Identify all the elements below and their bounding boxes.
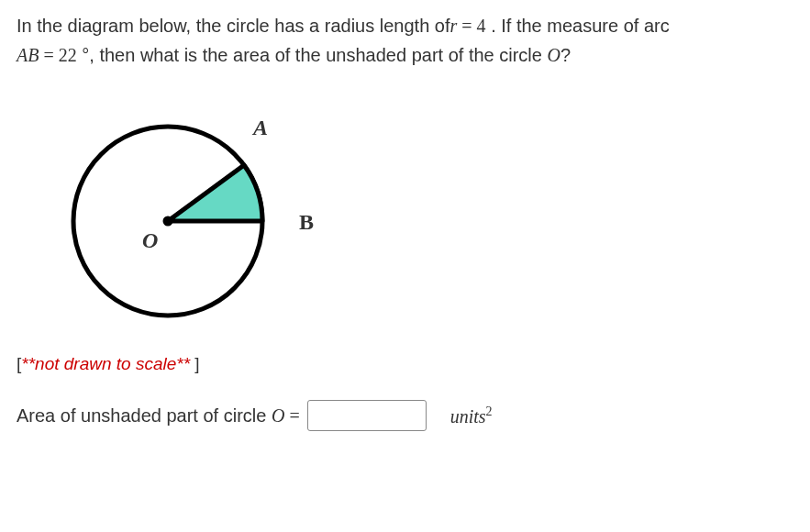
value-r: 4 <box>477 16 486 36</box>
units-exponent: 2 <box>486 405 493 418</box>
area-input[interactable] <box>307 400 427 431</box>
units-word: units <box>450 405 486 426</box>
label-b: B <box>299 210 314 235</box>
variable-o: O <box>272 405 284 426</box>
answer-row: Area of unshaded part of circle O = unit… <box>17 400 793 431</box>
equals-sign: = <box>457 16 476 36</box>
label-o: O <box>142 228 158 253</box>
answer-label: Area of unshaded part of circle O = <box>17 405 300 427</box>
question-mark: ? <box>560 45 571 65</box>
diagram-svg <box>17 102 347 340</box>
equals-sign: = <box>39 45 58 65</box>
text-fragment: , then what is the area of the unshaded … <box>89 45 547 65</box>
text-fragment: Area of unshaded part of circle <box>17 405 272 426</box>
problem-statement: In the diagram below, the circle has a r… <box>17 11 793 70</box>
center-point <box>163 216 173 227</box>
label-a: A <box>253 116 268 140</box>
variable-ab: AB <box>17 45 39 65</box>
variable-o: O <box>547 45 560 65</box>
note-text: **not drawn to scale** <box>21 354 194 373</box>
equals-sign: = <box>284 405 299 426</box>
circle-diagram: A B O <box>17 102 347 340</box>
text-fragment: . If the measure of arc <box>486 16 670 36</box>
units-label: units2 <box>450 405 493 427</box>
scale-note: [**not drawn to scale** ] <box>17 354 793 374</box>
degree-symbol: ° <box>77 45 90 65</box>
bracket-close: ] <box>194 354 199 373</box>
text-fragment: In the diagram below, the circle has a r… <box>17 16 450 36</box>
shaded-sector <box>168 165 262 221</box>
arc-value: 22 <box>59 45 77 65</box>
